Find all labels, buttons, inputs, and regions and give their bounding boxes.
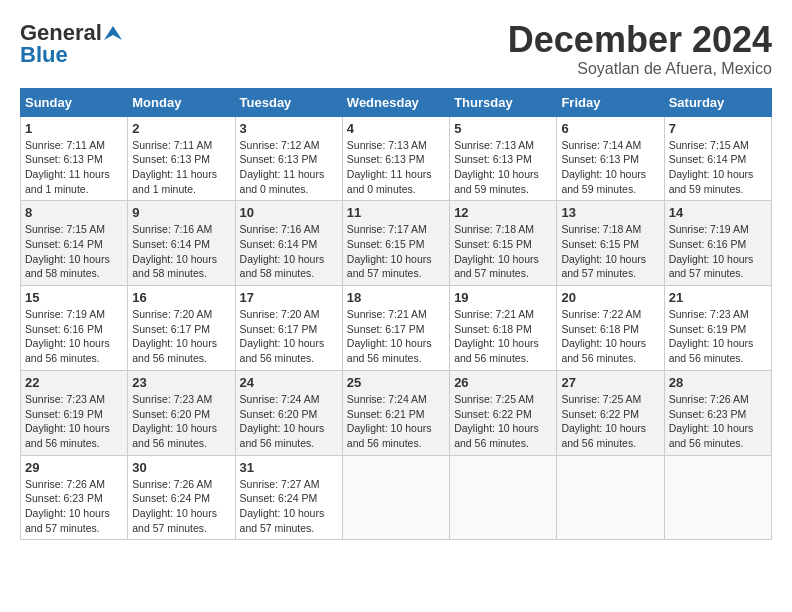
day-number: 19 [454, 290, 552, 305]
sunset-label: Sunset: 6:14 PM [240, 238, 318, 250]
sunrise-label: Sunrise: 7:21 AM [454, 308, 534, 320]
day-number: 10 [240, 205, 338, 220]
calendar-day-cell [450, 455, 557, 540]
day-number: 6 [561, 121, 659, 136]
sunset-label: Sunset: 6:21 PM [347, 408, 425, 420]
day-number: 29 [25, 460, 123, 475]
daylight-label: Daylight: 10 hours and 58 minutes. [132, 253, 217, 280]
calendar-day-cell: 22 Sunrise: 7:23 AM Sunset: 6:19 PM Dayl… [21, 370, 128, 455]
day-number: 2 [132, 121, 230, 136]
logo-bird-icon [104, 24, 122, 42]
sunset-label: Sunset: 6:16 PM [25, 323, 103, 335]
calendar-day-cell: 24 Sunrise: 7:24 AM Sunset: 6:20 PM Dayl… [235, 370, 342, 455]
calendar-day-cell: 5 Sunrise: 7:13 AM Sunset: 6:13 PM Dayli… [450, 116, 557, 201]
sunset-label: Sunset: 6:17 PM [132, 323, 210, 335]
day-info: Sunrise: 7:20 AM Sunset: 6:17 PM Dayligh… [132, 307, 230, 366]
calendar-day-cell: 6 Sunrise: 7:14 AM Sunset: 6:13 PM Dayli… [557, 116, 664, 201]
daylight-label: Daylight: 10 hours and 56 minutes. [454, 422, 539, 449]
sunrise-label: Sunrise: 7:12 AM [240, 139, 320, 151]
calendar-day-cell: 13 Sunrise: 7:18 AM Sunset: 6:15 PM Dayl… [557, 201, 664, 286]
day-info: Sunrise: 7:19 AM Sunset: 6:16 PM Dayligh… [25, 307, 123, 366]
daylight-label: Daylight: 10 hours and 57 minutes. [25, 507, 110, 534]
sunrise-label: Sunrise: 7:18 AM [561, 223, 641, 235]
daylight-label: Daylight: 10 hours and 56 minutes. [132, 337, 217, 364]
day-info: Sunrise: 7:13 AM Sunset: 6:13 PM Dayligh… [347, 138, 445, 197]
daylight-label: Daylight: 10 hours and 59 minutes. [454, 168, 539, 195]
calendar-day-cell: 9 Sunrise: 7:16 AM Sunset: 6:14 PM Dayli… [128, 201, 235, 286]
calendar-day-cell: 26 Sunrise: 7:25 AM Sunset: 6:22 PM Dayl… [450, 370, 557, 455]
daylight-label: Daylight: 10 hours and 56 minutes. [240, 422, 325, 449]
day-number: 31 [240, 460, 338, 475]
day-info: Sunrise: 7:25 AM Sunset: 6:22 PM Dayligh… [561, 392, 659, 451]
sunset-label: Sunset: 6:20 PM [132, 408, 210, 420]
daylight-label: Daylight: 10 hours and 56 minutes. [669, 422, 754, 449]
day-info: Sunrise: 7:16 AM Sunset: 6:14 PM Dayligh… [132, 222, 230, 281]
sunrise-label: Sunrise: 7:24 AM [347, 393, 427, 405]
day-number: 21 [669, 290, 767, 305]
sunset-label: Sunset: 6:13 PM [132, 153, 210, 165]
sunrise-label: Sunrise: 7:20 AM [240, 308, 320, 320]
calendar-day-cell: 12 Sunrise: 7:18 AM Sunset: 6:15 PM Dayl… [450, 201, 557, 286]
calendar-week-row: 29 Sunrise: 7:26 AM Sunset: 6:23 PM Dayl… [21, 455, 772, 540]
calendar-week-row: 22 Sunrise: 7:23 AM Sunset: 6:19 PM Dayl… [21, 370, 772, 455]
day-header-friday: Friday [557, 88, 664, 116]
daylight-label: Daylight: 11 hours and 0 minutes. [240, 168, 325, 195]
daylight-label: Daylight: 10 hours and 56 minutes. [240, 337, 325, 364]
day-info: Sunrise: 7:23 AM Sunset: 6:19 PM Dayligh… [25, 392, 123, 451]
day-info: Sunrise: 7:21 AM Sunset: 6:17 PM Dayligh… [347, 307, 445, 366]
day-number: 1 [25, 121, 123, 136]
day-number: 9 [132, 205, 230, 220]
day-header-monday: Monday [128, 88, 235, 116]
sunset-label: Sunset: 6:18 PM [561, 323, 639, 335]
sunrise-label: Sunrise: 7:25 AM [561, 393, 641, 405]
sunset-label: Sunset: 6:18 PM [454, 323, 532, 335]
calendar-day-cell: 7 Sunrise: 7:15 AM Sunset: 6:14 PM Dayli… [664, 116, 771, 201]
sunrise-label: Sunrise: 7:23 AM [132, 393, 212, 405]
sunrise-label: Sunrise: 7:17 AM [347, 223, 427, 235]
sunset-label: Sunset: 6:14 PM [669, 153, 747, 165]
sunrise-label: Sunrise: 7:18 AM [454, 223, 534, 235]
daylight-label: Daylight: 10 hours and 56 minutes. [561, 422, 646, 449]
sunrise-label: Sunrise: 7:15 AM [25, 223, 105, 235]
day-number: 3 [240, 121, 338, 136]
sunset-label: Sunset: 6:24 PM [240, 492, 318, 504]
sunrise-label: Sunrise: 7:26 AM [25, 478, 105, 490]
day-number: 14 [669, 205, 767, 220]
sunset-label: Sunset: 6:22 PM [454, 408, 532, 420]
daylight-label: Daylight: 10 hours and 57 minutes. [347, 253, 432, 280]
sunrise-label: Sunrise: 7:26 AM [669, 393, 749, 405]
sunrise-label: Sunrise: 7:14 AM [561, 139, 641, 151]
sunrise-label: Sunrise: 7:13 AM [347, 139, 427, 151]
day-info: Sunrise: 7:12 AM Sunset: 6:13 PM Dayligh… [240, 138, 338, 197]
daylight-label: Daylight: 10 hours and 56 minutes. [561, 337, 646, 364]
daylight-label: Daylight: 10 hours and 57 minutes. [561, 253, 646, 280]
sunset-label: Sunset: 6:13 PM [454, 153, 532, 165]
day-info: Sunrise: 7:26 AM Sunset: 6:24 PM Dayligh… [132, 477, 230, 536]
sunrise-label: Sunrise: 7:15 AM [669, 139, 749, 151]
daylight-label: Daylight: 10 hours and 58 minutes. [240, 253, 325, 280]
calendar-day-cell: 23 Sunrise: 7:23 AM Sunset: 6:20 PM Dayl… [128, 370, 235, 455]
daylight-label: Daylight: 10 hours and 56 minutes. [25, 337, 110, 364]
day-info: Sunrise: 7:23 AM Sunset: 6:20 PM Dayligh… [132, 392, 230, 451]
logo: General Blue [20, 20, 122, 68]
calendar-table: SundayMondayTuesdayWednesdayThursdayFrid… [20, 88, 772, 541]
calendar-day-cell: 14 Sunrise: 7:19 AM Sunset: 6:16 PM Dayl… [664, 201, 771, 286]
sunrise-label: Sunrise: 7:25 AM [454, 393, 534, 405]
day-number: 15 [25, 290, 123, 305]
daylight-label: Daylight: 10 hours and 59 minutes. [669, 168, 754, 195]
calendar-header-row: SundayMondayTuesdayWednesdayThursdayFrid… [21, 88, 772, 116]
day-info: Sunrise: 7:25 AM Sunset: 6:22 PM Dayligh… [454, 392, 552, 451]
calendar-day-cell: 25 Sunrise: 7:24 AM Sunset: 6:21 PM Dayl… [342, 370, 449, 455]
day-number: 25 [347, 375, 445, 390]
daylight-label: Daylight: 10 hours and 56 minutes. [669, 337, 754, 364]
sunset-label: Sunset: 6:16 PM [669, 238, 747, 250]
calendar-day-cell: 17 Sunrise: 7:20 AM Sunset: 6:17 PM Dayl… [235, 286, 342, 371]
day-header-tuesday: Tuesday [235, 88, 342, 116]
svg-marker-0 [104, 26, 122, 40]
day-info: Sunrise: 7:16 AM Sunset: 6:14 PM Dayligh… [240, 222, 338, 281]
sunset-label: Sunset: 6:19 PM [25, 408, 103, 420]
calendar-day-cell: 15 Sunrise: 7:19 AM Sunset: 6:16 PM Dayl… [21, 286, 128, 371]
daylight-label: Daylight: 10 hours and 56 minutes. [132, 422, 217, 449]
sunset-label: Sunset: 6:19 PM [669, 323, 747, 335]
day-info: Sunrise: 7:20 AM Sunset: 6:17 PM Dayligh… [240, 307, 338, 366]
